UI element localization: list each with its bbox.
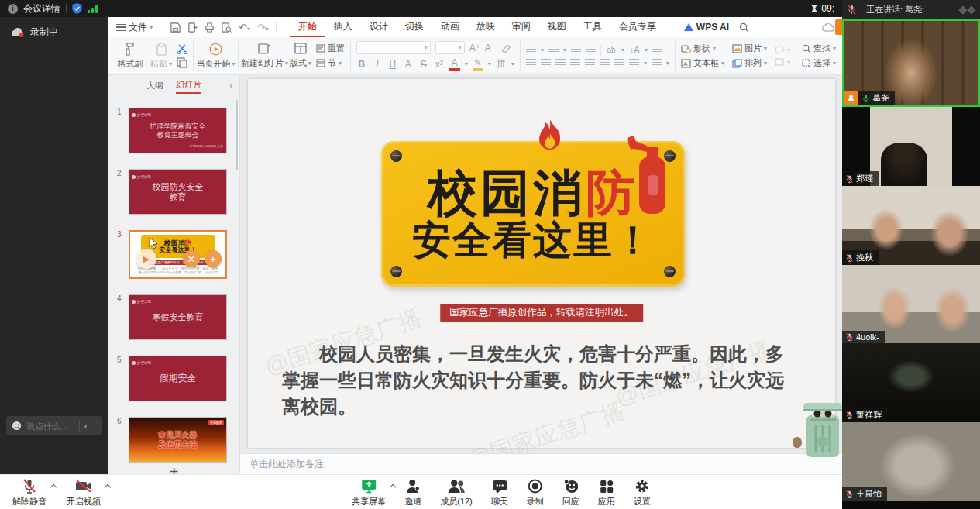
phonetic-guide-button[interactable]: 拼: [496, 57, 507, 71]
superscript-button[interactable]: x²: [434, 59, 445, 70]
tab-home[interactable]: 开始: [290, 17, 325, 37]
current-slide[interactable]: @国家应急广播 @国家应急广播 @国家应急广播: [248, 79, 835, 448]
apps-button[interactable]: 应用: [598, 478, 615, 507]
slide-thumbnail-6[interactable]: 6 央视新闻 常见灭火器 及使用方法: [129, 417, 227, 463]
search-icon[interactable]: [739, 22, 749, 33]
video-tile-4[interactable]: 4uoik-: [842, 265, 980, 343]
format-painter-button[interactable]: 格式刷: [115, 43, 146, 70]
layout-toggle-icons[interactable]: [960, 7, 975, 13]
align-center-icon[interactable]: [541, 59, 551, 67]
invite-button[interactable]: 邀请: [404, 478, 421, 507]
file-menu[interactable]: 文件▾: [116, 21, 153, 34]
slide-thumbnail-5[interactable]: 5 护理学院 假期安全: [129, 356, 227, 401]
video-tile-5[interactable]: 董祥辉: [842, 343, 980, 422]
new-slide-quick-button[interactable]: +: [205, 250, 222, 267]
panel-scrollbar[interactable]: [236, 100, 238, 170]
record-button[interactable]: 录制: [527, 478, 544, 507]
output-icon[interactable]: [187, 22, 198, 33]
justify-icon[interactable]: [570, 59, 580, 67]
share-screen-button[interactable]: 共享屏幕: [352, 478, 386, 507]
underline-button[interactable]: U: [387, 59, 398, 70]
video-tile-7-partial[interactable]: [842, 501, 980, 509]
textbox-button[interactable]: A文本框▾: [681, 57, 724, 69]
slide-body-text[interactable]: 校园人员密集，一旦发生火灾，危害十分严重。因此，多掌握一些日常防火灾知识十分重要…: [282, 341, 784, 420]
tab-member[interactable]: 会员专享: [610, 17, 665, 37]
chat-input[interactable]: [26, 421, 74, 431]
increase-font-icon[interactable]: A⁺: [469, 43, 480, 53]
slide-canvas[interactable]: @国家应急广播 @国家应急广播 @国家应急广播: [240, 75, 842, 453]
slide-layout-button[interactable]: 版式▾: [285, 43, 316, 69]
share-tools-button[interactable]: ✕: [183, 250, 200, 267]
print-icon[interactable]: [205, 22, 215, 33]
members-button[interactable]: 成员(12): [440, 478, 473, 507]
emoji-icon[interactable]: [12, 421, 22, 431]
column-spacing-icon[interactable]: [600, 59, 610, 67]
find-button[interactable]: 查找▾: [802, 43, 836, 54]
align-right-icon[interactable]: [555, 59, 566, 67]
slide-thumbnail-1[interactable]: 1 护理学院 护理学院寒假安全 教育主题班会 护理2021—2306班 主讲: [129, 108, 227, 153]
play-slideshow-button[interactable]: ▶: [136, 249, 156, 269]
tab-animation[interactable]: 动画: [432, 17, 468, 37]
slide-thumbnail-4[interactable]: 4 护理学院 寒假安全教育: [129, 294, 227, 340]
cloud-sync-icon[interactable]: [822, 23, 834, 32]
tab-design[interactable]: 设计: [361, 17, 397, 37]
decrease-font-icon[interactable]: A⁻: [485, 43, 496, 53]
video-options-chevron[interactable]: [105, 484, 111, 490]
line-spacing-icon[interactable]: [629, 59, 639, 67]
chat-quick-input[interactable]: ‹: [6, 416, 102, 435]
convert-smartart-icon[interactable]: [652, 46, 662, 54]
italic-button[interactable]: I: [372, 59, 383, 70]
reaction-button[interactable]: 回应: [562, 478, 579, 507]
undo-icon[interactable]: ↶▾: [239, 22, 250, 33]
shapes-button[interactable]: 形状▾: [681, 43, 724, 54]
distribute-icon[interactable]: [585, 59, 595, 67]
tab-insert[interactable]: 插入: [325, 17, 361, 37]
highlight-color-button[interactable]: ✎: [473, 57, 483, 71]
copy-icon[interactable]: [177, 57, 187, 68]
settings-button[interactable]: 设置: [634, 478, 651, 507]
align-left-icon[interactable]: [526, 59, 536, 67]
print-preview-icon[interactable]: [222, 22, 232, 33]
tab-review[interactable]: 审阅: [504, 17, 539, 37]
numbered-list-icon[interactable]: [548, 46, 559, 54]
network-signal-icon[interactable]: [88, 5, 98, 13]
text-direction-button[interactable]: ab: [606, 46, 617, 54]
unmute-button[interactable]: 解除静音: [12, 478, 46, 507]
font-family-select[interactable]: ▾: [356, 41, 431, 54]
tab-view[interactable]: 视图: [539, 17, 575, 37]
outline-tab[interactable]: 大纲: [146, 80, 163, 93]
slides-tab[interactable]: 幻灯片: [176, 79, 201, 94]
picture-button[interactable]: 图片▾: [732, 43, 767, 54]
section-button[interactable]: 节▾: [316, 57, 345, 69]
mic-options-chevron[interactable]: [50, 484, 57, 490]
font-color-button[interactable]: A: [449, 57, 460, 71]
bold-button[interactable]: B: [356, 59, 367, 70]
char-border-button[interactable]: A: [403, 59, 414, 70]
video-tile-2[interactable]: 郑瑾: [842, 107, 980, 186]
decrease-indent-icon[interactable]: [571, 46, 581, 54]
save-icon[interactable]: [170, 22, 181, 33]
bullet-list-icon[interactable]: [526, 46, 536, 54]
paragraph-settings-icon[interactable]: [652, 59, 662, 67]
collapse-chat-icon[interactable]: ‹: [84, 421, 88, 432]
tab-tools[interactable]: 工具: [575, 17, 610, 37]
select-button[interactable]: 选择▾: [802, 57, 836, 69]
wps-ai-button[interactable]: WPS AI: [684, 22, 729, 33]
increase-indent-icon[interactable]: [586, 46, 596, 54]
cut-icon[interactable]: [177, 44, 187, 54]
text-sort-button[interactable]: ↓A: [629, 45, 640, 56]
chat-button[interactable]: 聊天: [491, 478, 508, 507]
reset-slide-button[interactable]: 重置: [316, 43, 345, 54]
start-video-button[interactable]: 开启视频: [67, 478, 101, 507]
tab-transition[interactable]: 切换: [397, 17, 432, 37]
video-tile-3[interactable]: 挽秋: [842, 186, 980, 265]
share-options-chevron[interactable]: [390, 484, 396, 490]
new-slide-button[interactable]: 新建幻灯片▾: [244, 43, 285, 69]
tab-slideshow[interactable]: 放映: [468, 17, 504, 37]
slide-thumbnail-2[interactable]: 2 护理学院 校园防火安全 教育: [129, 169, 227, 215]
meeting-details-button[interactable]: 会议详情: [23, 2, 60, 15]
shield-icon[interactable]: [72, 3, 82, 14]
notes-area[interactable]: 单击此处添加备注: [240, 453, 842, 474]
redo-icon[interactable]: ↷▾: [257, 22, 269, 33]
clear-format-icon[interactable]: [500, 43, 511, 53]
